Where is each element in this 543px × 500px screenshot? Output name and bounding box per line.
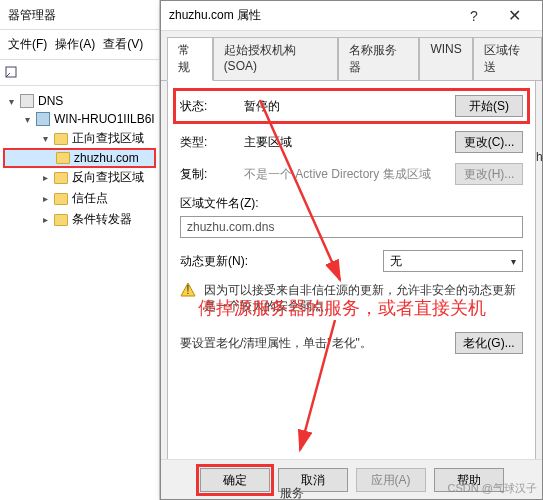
menu-view[interactable]: 查看(V) — [103, 36, 143, 53]
aging-text: 要设置老化/清理属性，单击"老化"。 — [180, 335, 455, 352]
start-button[interactable]: 开始(S) — [455, 95, 523, 117]
folder-icon — [54, 214, 68, 226]
folder-icon — [54, 193, 68, 205]
tab-soa[interactable]: 起始授权机构(SOA) — [213, 37, 339, 80]
window-title-fragment: 器管理器 — [0, 0, 159, 30]
menu-file[interactable]: 文件(F) — [8, 36, 47, 53]
zonefile-input[interactable] — [180, 216, 523, 238]
toolbar — [0, 60, 159, 86]
ok-button[interactable]: 确定 — [200, 468, 270, 492]
close-button[interactable]: ✕ — [494, 2, 534, 30]
tab-wins[interactable]: WINS — [419, 37, 472, 80]
replication-label: 复制: — [180, 166, 236, 183]
change-replication-button: 更改(H)... — [455, 163, 523, 185]
zonefile-label: 区域文件名(Z): — [180, 195, 523, 212]
tree-label: WIN-HRUO1IILB6I — [54, 112, 155, 126]
tab-body-general: 状态: 暂停的 开始(S) 类型: 主要区域 更改(C)... 复制: 不是一个… — [167, 81, 536, 475]
replication-value: 不是一个 Active Directory 集成区域 — [244, 166, 447, 183]
tree-label: 信任点 — [72, 190, 108, 207]
dynupdate-row: 动态更新(N): 无 ▾ — [180, 250, 523, 272]
tree-label: 反向查找区域 — [72, 169, 144, 186]
dynupdate-value: 无 — [390, 253, 402, 270]
tree-label: zhuzhu.com — [74, 151, 139, 165]
change-type-button[interactable]: 更改(C)... — [455, 131, 523, 153]
dialog-title: zhuzhu.com 属性 — [169, 7, 454, 24]
dns-icon — [20, 94, 34, 108]
menu-action[interactable]: 操作(A) — [55, 36, 95, 53]
chevron-right-icon[interactable]: ▸ — [40, 193, 50, 204]
warning-icon: ! — [180, 282, 196, 298]
chevron-right-icon[interactable]: ▸ — [40, 172, 50, 183]
tree-view[interactable]: ▾ DNS ▾ WIN-HRUO1IILB6I ▾ 正向查找区域 zhuzhu.… — [0, 86, 159, 236]
tree-reverse-zones[interactable]: ▸ 反向查找区域 — [4, 167, 155, 188]
zone-properties-dialog: zhuzhu.com 属性 ? ✕ 常规 起始授权机构(SOA) 名称服务器 W… — [160, 0, 543, 500]
folder-icon — [54, 133, 68, 145]
folder-icon — [54, 172, 68, 184]
tree-server[interactable]: ▾ WIN-HRUO1IILB6I — [4, 110, 155, 128]
status-value: 暂停的 — [244, 98, 447, 115]
dialog-titlebar[interactable]: zhuzhu.com 属性 ? ✕ — [161, 1, 542, 31]
svg-text:!: ! — [186, 283, 189, 297]
dns-manager-window: 器管理器 文件(F) 操作(A) 查看(V) ▾ DNS ▾ WIN-HRUO1… — [0, 0, 160, 500]
tab-nameservers[interactable]: 名称服务器 — [338, 37, 419, 80]
tree-label: DNS — [38, 94, 63, 108]
server-icon — [36, 112, 50, 126]
dynupdate-label: 动态更新(N): — [180, 253, 270, 270]
dynupdate-select[interactable]: 无 ▾ — [383, 250, 523, 272]
type-row: 类型: 主要区域 更改(C)... — [180, 131, 523, 153]
tree-label: 条件转发器 — [72, 211, 132, 228]
replication-row: 复制: 不是一个 Active Directory 集成区域 更改(H)... — [180, 163, 523, 185]
tree-forward-zones[interactable]: ▾ 正向查找区域 — [4, 128, 155, 149]
tree-conditional-forwarders[interactable]: ▸ 条件转发器 — [4, 209, 155, 230]
aging-button[interactable]: 老化(G)... — [455, 332, 523, 354]
warning-row: ! 因为可以接受来自非信任源的更新，允许非安全的动态更新是一个较大的安全弱点。 — [180, 282, 523, 314]
tree-trust-points[interactable]: ▸ 信任点 — [4, 188, 155, 209]
chevron-down-icon[interactable]: ▾ — [6, 96, 16, 107]
warning-text: 因为可以接受来自非信任源的更新，允许非安全的动态更新是一个较大的安全弱点。 — [204, 282, 523, 314]
chevron-down-icon: ▾ — [511, 256, 516, 267]
status-row: 状态: 暂停的 开始(S) — [176, 91, 527, 121]
chevron-down-icon[interactable]: ▾ — [22, 114, 32, 125]
status-label: 状态: — [180, 98, 236, 115]
type-label: 类型: — [180, 134, 236, 151]
tree-root-dns[interactable]: ▾ DNS — [4, 92, 155, 110]
watermark: CSDN @气球汉子 — [448, 481, 537, 496]
type-value: 主要区域 — [244, 134, 447, 151]
tree-zone-zhuzhu[interactable]: zhuzhu.com — [4, 149, 155, 167]
aging-row: 要设置老化/清理属性，单击"老化"。 老化(G)... — [180, 332, 523, 354]
bottom-stray-label: 服务 — [280, 485, 304, 500]
tree-label: 正向查找区域 — [72, 130, 144, 147]
help-button[interactable]: ? — [454, 2, 494, 30]
tab-general[interactable]: 常规 — [167, 37, 213, 81]
menu-bar: 文件(F) 操作(A) 查看(V) — [0, 30, 159, 60]
chevron-right-icon[interactable]: ▸ — [40, 214, 50, 225]
tab-zonetransfer[interactable]: 区域传送 — [473, 37, 542, 80]
stray-char: h — [536, 150, 543, 164]
zone-icon — [56, 152, 70, 164]
toolbar-icon[interactable] — [4, 65, 20, 81]
apply-button: 应用(A) — [356, 468, 426, 492]
tab-bar: 常规 起始授权机构(SOA) 名称服务器 WINS 区域传送 — [161, 31, 542, 81]
chevron-down-icon[interactable]: ▾ — [40, 133, 50, 144]
